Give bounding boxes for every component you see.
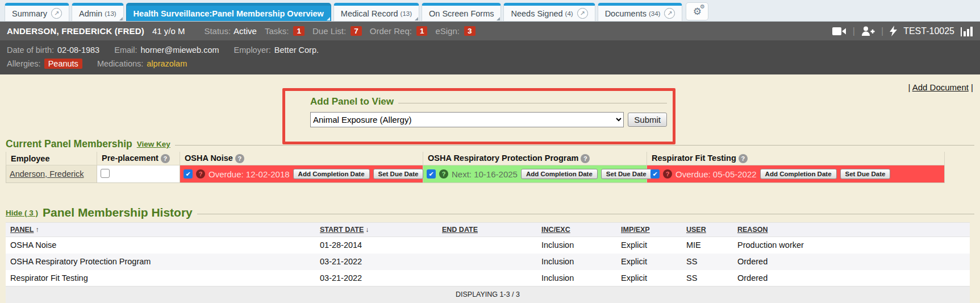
panel-status-text: Next: 10-16-2025 [452,169,518,179]
add-completion-date-button[interactable]: Add Completion Date [521,169,598,179]
employee-link[interactable]: Anderson, Frederick [10,169,84,179]
lightning-bolt-icon[interactable] [890,26,897,36]
sort-start-date-link[interactable]: START DATE [320,226,364,234]
due-list-count-badge[interactable]: 7 [351,26,362,36]
bar-chart-icon[interactable] [961,26,973,36]
panel-status-text: Overdue: 12-02-2018 [208,169,290,179]
open-in-new-icon[interactable]: ↗ [51,8,62,19]
column-header-osha-noise: OSHA Noise ? [180,152,423,165]
main-content: | Add Document | Add Panel to View Anima… [0,74,980,303]
panel-checkbox[interactable]: ✔ [650,169,660,179]
order-req-count-badge[interactable]: 1 [416,26,428,36]
help-icon[interactable]: ? [235,154,244,163]
fieldset-line [175,145,974,146]
column-header-employee: Employee [6,152,97,165]
help-icon[interactable]: ? [739,154,748,163]
open-in-new-icon[interactable]: ↗ [664,8,675,19]
sort-user-link[interactable]: USER [686,226,706,234]
tab-label: Documents [605,9,647,18]
pre-placement-checkbox[interactable] [101,169,110,178]
user-cell: SS [682,254,733,270]
column-header-panel: PANEL↑ [6,223,315,237]
add-completion-date-button[interactable]: Add Completion Date [760,169,837,179]
tab-count: (4) [565,10,573,17]
esign-count-badge[interactable]: 3 [464,26,476,36]
help-icon[interactable]: ? [439,169,448,179]
section-title: Panel Membership History [43,206,193,219]
tab-count: (13) [401,10,412,17]
submit-button[interactable]: Submit [628,113,667,127]
open-in-new-icon[interactable]: ↗ [577,8,588,19]
fieldset-line [197,214,974,214]
sort-panel-link[interactable]: PANEL [10,226,34,234]
help-icon[interactable]: ? [581,154,590,163]
sort-end-date-link[interactable]: END DATE [442,226,478,234]
start-date-cell: 03-21-2022 [315,254,437,270]
tab-label: On Screen Forms [429,9,494,18]
osha-respiratory-cell: ✔ ? Next: 10-16-2025 Add Completion Date… [423,165,647,183]
add-panel-legend: Add Panel to View [310,96,394,107]
help-icon[interactable]: ? [196,169,205,179]
tab-medical-record[interactable]: Medical Record (13) [333,3,419,21]
tab-health-surveillance-panel-membership-overview[interactable]: Health Surveillance:Panel Membership Ove… [126,3,331,21]
set-due-date-button[interactable]: Set Due Date [373,169,424,179]
imp-exp-cell: Explicit [616,254,682,270]
tab-needs-signed[interactable]: Needs Signed (4) ↗ [503,3,595,21]
panel-checkbox[interactable]: ✔ [184,169,193,179]
patient-id: TEST-10025 [903,26,954,36]
esign-label: eSign: [435,26,460,36]
sort-inc-exc-link[interactable]: INC/EXC [541,226,570,234]
fieldset-line [398,103,667,103]
video-camera-icon[interactable] [832,27,846,36]
set-due-date-button[interactable]: Set Due Date [840,169,891,179]
paging-status: DISPLAYING 1-3 / 3 [6,287,970,303]
sort-reason-link[interactable]: REASON [737,226,768,234]
allergy-badge[interactable]: Peanuts [44,59,82,69]
patient-name: ANDERSON, FREDERICK (FRED) [7,26,144,36]
tab-label: Health Surveillance:Panel Membership Ove… [134,9,324,18]
tab-bar: Summary ↗ Admin (13) Health Surveillance… [0,0,980,22]
end-date-cell [437,270,537,287]
due-list-label: Due List: [312,26,346,36]
settings-button[interactable]: ⚙⚙ [686,2,708,20]
status-value: Active [233,26,257,36]
panel-status-text: Overdue: 05-05-2022 [675,169,757,179]
divider: | [853,26,855,36]
sort-imp-exp-link[interactable]: IMP/EXP [621,226,650,234]
dob-value: 02-08-1983 [57,45,99,55]
employer-value: Better Corp. [274,45,319,55]
column-header-osha-respiratory: OSHA Respiratory Protection Program ? [423,152,647,165]
tasks-count-badge[interactable]: 1 [293,26,305,36]
history-row: OSHA Respiratory Protection Program 03-2… [6,254,970,270]
panel-membership-history-section: Hide ( 3 ) Panel Membership History PANE… [6,206,974,303]
column-header-respirator-fit: Respirator Fit Testing ? [647,152,945,165]
membership-header-row: Employee Pre-placement ? OSHA Noise ? OS… [6,152,945,165]
add-user-icon[interactable] [861,26,875,36]
tab-dropdown-fold-icon [497,17,500,20]
add-document-link[interactable]: Add Document [912,82,969,92]
gears-icon: ⚙⚙ [693,6,702,18]
tab-admin[interactable]: Admin (13) [72,3,124,21]
tab-documents[interactable]: Documents (34) ↗ [598,3,683,21]
reason-cell: Ordered [733,270,970,287]
allergies-label: Allergies: [7,59,41,68]
panel-select[interactable]: Animal Exposure (Allergy) [310,112,624,127]
tab-summary[interactable]: Summary ↗ [5,3,69,21]
section-title: Current Panel Membership [6,138,132,150]
membership-table: Employee Pre-placement ? OSHA Noise ? OS… [6,152,945,183]
column-header-start-date: START DATE↓ [315,223,437,237]
hide-link[interactable]: Hide ( 3 ) [6,209,38,217]
tab-label: Medical Record [341,9,398,18]
help-icon[interactable]: ? [161,154,170,163]
tab-label: Admin [79,9,102,18]
help-icon[interactable]: ? [663,169,672,179]
tab-dropdown-fold-icon [119,17,123,20]
inc-exc-cell: Inclusion [537,270,616,287]
tab-on-screen-forms[interactable]: On Screen Forms [422,3,501,21]
medication-value[interactable]: alprazolam [147,59,187,68]
panel-cell: OSHA Noise [6,237,315,254]
view-key-link[interactable]: View Key [137,140,170,148]
set-due-date-button[interactable]: Set Due Date [601,169,652,179]
panel-checkbox[interactable]: ✔ [427,169,436,179]
add-completion-date-button[interactable]: Add Completion Date [293,169,370,179]
